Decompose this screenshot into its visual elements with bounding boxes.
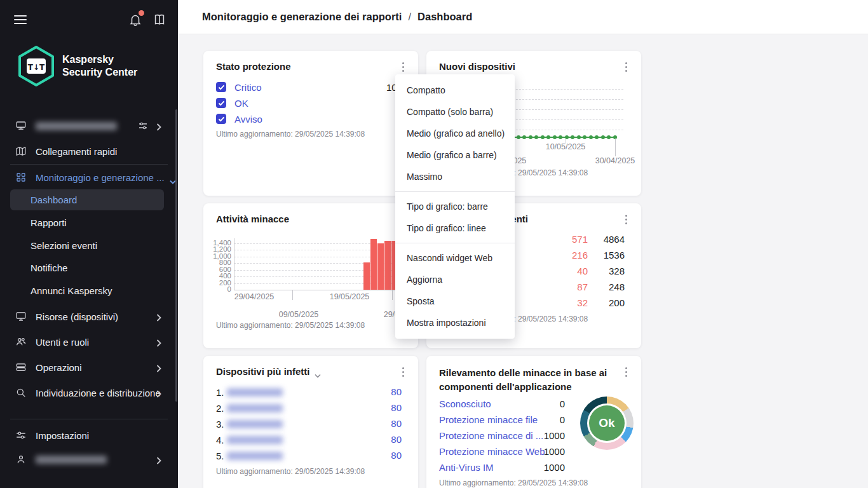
chevron-right-icon	[156, 456, 161, 463]
event-count-red: 87	[550, 281, 588, 292]
menu-item-move[interactable]: Sposta	[395, 290, 515, 312]
component-link[interactable]: Protezione minacce Web	[439, 446, 545, 457]
data-point	[546, 135, 550, 139]
device-row: 5.	[216, 450, 283, 461]
sidebar-item-dashboard-active[interactable]: Dashboard	[10, 189, 164, 210]
device-count[interactable]: 80	[376, 450, 402, 461]
hamburger-menu-icon[interactable]	[14, 15, 27, 24]
device-count[interactable]: 80	[376, 418, 402, 429]
sidebar-item-assets[interactable]: Risorse (dispositivi)	[0, 304, 178, 329]
help-book-icon[interactable]	[153, 13, 166, 27]
page-header: Monitoraggio e generazione dei rapporti …	[178, 0, 868, 34]
device-name-redacted[interactable]	[227, 452, 283, 460]
server-properties-sliders-icon[interactable]	[137, 120, 149, 132]
event-count-total: 1536	[587, 250, 625, 261]
device-count[interactable]: 80	[376, 402, 402, 413]
sidebar-item-label: Rapporti	[31, 217, 67, 228]
widget-title-row: Dispositivi più infetti	[216, 366, 321, 377]
sidebar-item-user-account[interactable]	[0, 447, 178, 472]
sliders-icon	[15, 430, 27, 441]
menu-item-refresh[interactable]: Aggiorna	[395, 269, 515, 290]
sidebar-item-discovery[interactable]: Individuazione e distribuzione	[0, 380, 178, 405]
status-row-warning: Avviso	[216, 113, 262, 125]
breadcrumb-parent[interactable]: Monitoraggio e generazione dei rapporti	[202, 11, 402, 23]
kebab-menu-icon[interactable]	[397, 365, 409, 378]
menu-item-show-settings[interactable]: Mostra impostazioni	[395, 312, 515, 334]
component-count: 1000	[533, 430, 565, 441]
widget-title: Stato protezione	[216, 61, 291, 72]
event-count-red: 32	[550, 297, 588, 308]
menu-item-maximum[interactable]: Massimo	[395, 166, 515, 187]
event-count-total: 248	[587, 281, 625, 292]
sidebar-item-label: Risorse (dispositivi)	[36, 311, 118, 322]
component-link[interactable]: Protezione minacce di ...	[439, 430, 543, 441]
data-point	[571, 135, 574, 139]
component-link[interactable]: Anti-Virus IM	[439, 462, 494, 473]
device-row: 4.	[216, 434, 283, 445]
event-count-total: 328	[587, 266, 625, 276]
data-point	[589, 135, 593, 139]
sidebar-item-reports[interactable]: Rapporti	[0, 210, 178, 235]
device-name-redacted[interactable]	[227, 388, 283, 396]
bar	[363, 262, 370, 290]
menu-item-medium-bar[interactable]: Medio (grafico a barre)	[395, 144, 515, 166]
menu-item-chart-type-bars[interactable]: Tipo di grafico: barre	[395, 196, 515, 217]
chevron-right-icon	[156, 363, 161, 371]
svg-text:T↓T: T↓T	[28, 63, 45, 72]
sidebar-scrollbar[interactable]	[175, 109, 177, 402]
device-count[interactable]: 80	[376, 434, 402, 445]
component-link[interactable]: Sconosciuto	[439, 398, 491, 409]
last-updated: Ultimo aggiornamento: 29/05/2025 14:39:0…	[216, 321, 365, 330]
device-name-redacted[interactable]	[227, 420, 283, 428]
menu-item-hide-widget[interactable]: Nascondi widget Web	[395, 247, 515, 269]
breadcrumb-separator: /	[408, 11, 411, 23]
status-link[interactable]: OK	[234, 98, 248, 109]
stack-icon	[15, 362, 27, 373]
chevron-down-icon[interactable]	[315, 369, 321, 374]
device-name-redacted[interactable]	[227, 404, 283, 412]
sidebar-item-monitoring[interactable]: Monitoraggio e generazione ...	[0, 165, 178, 190]
kebab-menu-icon[interactable]	[620, 213, 632, 226]
checkbox-checked[interactable]	[216, 114, 226, 124]
device-row: 1.	[216, 386, 283, 398]
event-count-total: 4864	[587, 234, 625, 245]
event-count-red: 40	[550, 266, 588, 276]
status-link[interactable]: Avviso	[234, 114, 262, 125]
kebab-menu-icon[interactable]	[620, 365, 632, 378]
data-point	[559, 135, 562, 139]
sidebar-item-announcements[interactable]: Annunci Kaspersky	[0, 278, 178, 303]
sidebar-item-notifications[interactable]: Notifiche	[0, 255, 178, 280]
y-axis-label: 0	[227, 285, 231, 293]
last-updated: Ultimo aggiornamento: 29/05/2025 14:39:0…	[216, 130, 365, 139]
notifications-bell-icon[interactable]	[128, 13, 142, 27]
menu-item-chart-type-lines[interactable]: Tipo di grafico: linee	[395, 217, 515, 239]
server-name-redacted	[36, 122, 117, 130]
sidebar-item-quick-links[interactable]: Collegamenti rapidi	[0, 139, 178, 164]
bar	[384, 241, 391, 290]
sidebar-item-event-selections[interactable]: Selezioni eventi	[0, 233, 178, 258]
menu-item-compact-bar-only[interactable]: Compatto (solo barra)	[395, 101, 515, 123]
x-axis-label: 09/05/2025	[279, 310, 319, 319]
menu-item-compact[interactable]: Compatto	[395, 79, 515, 101]
checkbox-checked[interactable]	[216, 98, 226, 108]
sidebar-item-users-roles[interactable]: Utenti e ruoli	[0, 329, 178, 355]
kebab-menu-icon[interactable]	[620, 60, 632, 73]
widget-title[interactable]: Dispositivi più infetti	[216, 366, 310, 377]
sidebar-item-operations[interactable]: Operazioni	[0, 355, 178, 380]
status-link[interactable]: Critico	[234, 82, 262, 93]
component-link[interactable]: Protezione minacce file	[439, 414, 538, 425]
sidebar-item-settings[interactable]: Impostazioni	[0, 423, 178, 448]
menu-item-medium-donut[interactable]: Medio (grafico ad anello)	[395, 123, 515, 144]
brand-line1: Kaspersky	[62, 53, 137, 66]
divider	[10, 419, 168, 419]
sidebar-item-label: Annunci Kaspersky	[31, 285, 112, 296]
device-count[interactable]: 80	[376, 386, 402, 397]
status-row-critical: Critico	[216, 81, 262, 93]
checkbox-checked[interactable]	[216, 82, 226, 92]
data-point	[534, 135, 538, 139]
sidebar-item-server[interactable]	[0, 113, 178, 139]
kebab-menu-icon[interactable]	[397, 60, 409, 73]
device-name-redacted[interactable]	[227, 436, 283, 444]
monitor-icon	[15, 311, 27, 322]
chevron-right-icon[interactable]	[156, 122, 161, 130]
